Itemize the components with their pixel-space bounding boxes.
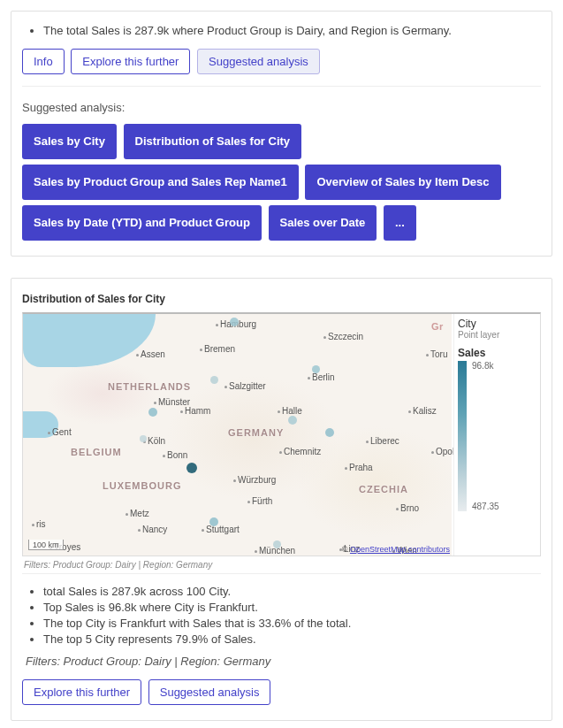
map-city-label: Brno	[396, 503, 419, 513]
map-insight-bullets: total Sales is 287.9k across 100 City. T…	[43, 585, 541, 646]
insight-card-top: The total Sales is 287.9k where Product …	[11, 11, 552, 257]
map-city-label: Berlin	[308, 372, 335, 382]
map-data-bubble[interactable]	[140, 435, 147, 442]
map-data-bubble[interactable]	[230, 318, 239, 326]
map-country-label: GERMANY	[228, 427, 284, 438]
map-bullet: Top Sales is 96.8k where City is Frankfu…	[43, 601, 541, 614]
suggested-button[interactable]: Suggested analysis	[197, 49, 320, 74]
map-data-bubble[interactable]	[210, 376, 218, 384]
map-data-bubble[interactable]	[148, 408, 157, 417]
insight-bullets: The total Sales is 287.9k where Product …	[43, 24, 541, 37]
map-city-label: Praha	[345, 463, 373, 472]
action-row-bottom: Explore this further Suggested analysis	[22, 677, 541, 708]
chart-title: Distribution of Sales for City	[22, 293, 541, 305]
suggested-container: Suggested analysis: Sales by City Distri…	[22, 86, 541, 243]
map-city-label: Metz	[126, 509, 149, 518]
legend-gradient: 96.8k 487.35	[458, 361, 536, 511]
map-legend: City Point layer Sales 96.8k 487.35	[453, 314, 540, 556]
map-data-bubble[interactable]	[312, 365, 320, 373]
map-region-label: Gr	[431, 321, 444, 332]
suggested-button-bottom[interactable]: Suggested analysis	[148, 679, 271, 705]
legend-max: 96.8k	[472, 361, 499, 371]
explore-button[interactable]: Explore this further	[71, 49, 190, 74]
suggested-heading: Suggested analysis:	[22, 101, 541, 114]
osm-link[interactable]: OpenStreetMap contributors	[350, 545, 450, 554]
map-country-label: CZECHIA	[359, 484, 408, 494]
map-bullet: The top 5 City represents 79.9% of Sales…	[43, 632, 541, 646]
map-city-label: Gent	[48, 427, 72, 437]
explore-button-bottom[interactable]: Explore this further	[22, 679, 141, 705]
map-bullet: The top City is Frankfurt with Sales tha…	[43, 617, 541, 630]
map-filters-large: Filters: Product Group: Dairy | Region: …	[26, 655, 541, 668]
map-canvas[interactable]: NETHERLANDSGERMANYBELGIUMLUXEMBOURGCZECH…	[23, 314, 452, 556]
map-city-label: Salzgitter	[224, 381, 266, 391]
map-city-label: Stuttgart	[202, 525, 240, 534]
map-city-label: Bremen	[200, 344, 235, 354]
map-city-label: Würzburg	[233, 475, 276, 485]
map-attribution: © OpenStreetMap contributors	[342, 545, 450, 554]
pill-more[interactable]: ...	[384, 205, 416, 241]
action-row: Info Explore this further Suggested anal…	[22, 46, 541, 77]
map-city-label: Bonn	[163, 450, 187, 460]
map-city-label: ris	[32, 519, 46, 529]
pill-sales-date-ytd[interactable]: Sales by Date (YTD) and Product Group	[22, 205, 262, 241]
pill-row: Sales by City Distribution of Sales for …	[22, 121, 541, 243]
map-filters-caption: Filters: Product Group: Dairy | Region: …	[22, 556, 541, 574]
gradient-labels: 96.8k 487.35	[472, 361, 499, 511]
info-button[interactable]: Info	[22, 49, 65, 74]
pill-sales-by-city[interactable]: Sales by City	[22, 124, 117, 159]
legend-layer-title: City	[458, 318, 536, 330]
pill-sales-prodgroup-rep[interactable]: Sales by Product Group and Sales Rep Nam…	[22, 165, 299, 200]
map-city-label: Kalisz	[408, 406, 437, 416]
insight-bullet: The total Sales is 287.9k where Product …	[43, 24, 541, 37]
map-city-label: Fürth	[247, 496, 272, 506]
map-city-label: Chemnitz	[279, 447, 321, 456]
map-data-bubble[interactable]	[325, 428, 334, 437]
gradient-bar	[458, 361, 467, 511]
map-data-bubble[interactable]	[186, 463, 197, 473]
map-country-label: LUXEMBOURG	[103, 480, 181, 491]
legend-metric: Sales	[458, 347, 536, 359]
pill-sales-over-date[interactable]: Sales over Date	[269, 205, 377, 241]
map-scale: 100 km	[28, 540, 64, 550]
map-country-label: BELGIUM	[71, 447, 122, 457]
map-data-bubble[interactable]	[209, 517, 218, 526]
map-data-bubble[interactable]	[273, 540, 281, 548]
map-city-label: Halle	[278, 406, 302, 416]
map-city-label: Toru	[426, 349, 447, 359]
map-bullet: total Sales is 287.9k across 100 City.	[43, 585, 541, 598]
legend-min: 487.35	[472, 502, 499, 511]
map-city-label: Hamm	[180, 406, 210, 416]
map-city-label: Szczecin	[323, 332, 363, 341]
map-data-bubble[interactable]	[288, 416, 297, 425]
map-chart[interactable]: NETHERLANDSGERMANYBELGIUMLUXEMBOURGCZECH…	[22, 312, 541, 556]
map-city-label: Liberec	[366, 436, 399, 446]
insight-card-map: Distribution of Sales for City NETHERLAN…	[11, 278, 552, 721]
map-city-label: Assen	[136, 349, 165, 359]
osm-prefix: ©	[342, 545, 350, 554]
legend-layer-sub: Point layer	[458, 330, 536, 340]
pill-distribution-sales-city[interactable]: Distribution of Sales for City	[124, 124, 302, 159]
pill-overview-itemdesc[interactable]: Overview of Sales by Item Desc	[305, 165, 500, 200]
map-country-label: NETHERLANDS	[108, 381, 191, 392]
map-city-label: Nancy	[138, 525, 167, 534]
